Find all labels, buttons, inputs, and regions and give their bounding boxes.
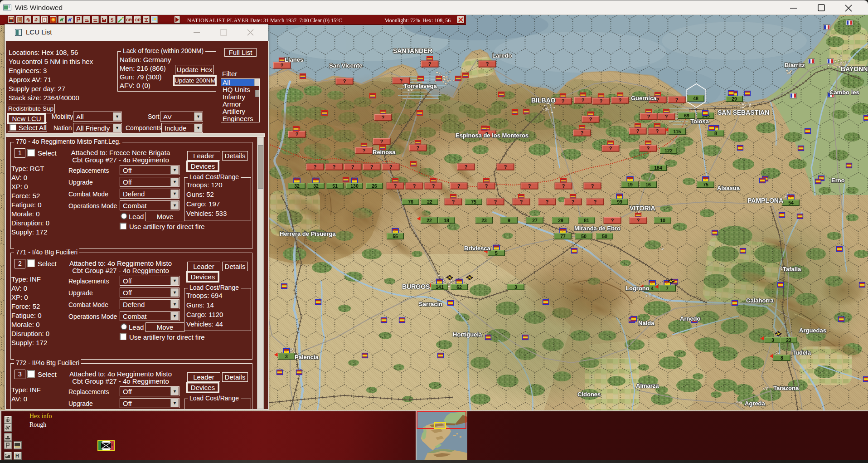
svg-text:?: ?	[675, 97, 679, 102]
svg-text:54: 54	[788, 200, 794, 205]
svg-text:Tarazona: Tarazona	[773, 385, 799, 391]
svg-text:32: 32	[313, 183, 319, 189]
svg-text:?: ?	[546, 199, 549, 205]
svg-text:?: ?	[528, 183, 531, 189]
svg-text:27: 27	[532, 218, 538, 223]
svg-text:29: 29	[732, 96, 737, 102]
svg-text:?: ?	[504, 164, 507, 170]
svg-text:Palencia: Palencia	[295, 354, 319, 361]
svg-text:55: 55	[393, 234, 398, 239]
svg-text:50: 50	[602, 234, 607, 239]
svg-text:?: ?	[343, 78, 346, 84]
svg-text:Herrera de Pisuerga: Herrera de Pisuerga	[280, 230, 336, 237]
svg-text:26: 26	[372, 183, 377, 189]
svg-text:?: ?	[647, 146, 650, 151]
svg-text:51: 51	[332, 183, 338, 189]
svg-text:Almarza: Almarza	[636, 382, 659, 389]
svg-text:Laredo: Laredo	[492, 52, 512, 59]
svg-text:Tolosa: Tolosa	[690, 118, 709, 125]
svg-text:?: ?	[665, 114, 668, 119]
svg-text:Arnedo: Arnedo	[680, 315, 701, 322]
svg-text:S: S	[111, 17, 114, 23]
svg-text:75: 75	[703, 182, 708, 187]
svg-text:?: ?	[400, 78, 403, 83]
svg-text:?: ?	[314, 164, 317, 170]
svg-text:Nalda: Nalda	[638, 320, 655, 327]
svg-text:PAMPLONA: PAMPLONA	[747, 197, 783, 204]
svg-text:8: 8	[714, 131, 717, 136]
svg-text:4: 4	[651, 286, 654, 291]
svg-text:Reinosa: Reinosa	[373, 149, 396, 156]
svg-text:?: ?	[600, 98, 603, 104]
svg-text:Torrelavega: Torrelavega	[404, 83, 437, 89]
svg-text:19: 19	[627, 182, 633, 187]
svg-text:18: 18	[444, 218, 449, 223]
svg-text:48: 48	[693, 96, 698, 101]
svg-text:?: ?	[428, 61, 432, 67]
svg-text:?: ?	[296, 132, 299, 137]
svg-text:BAYONNE: BAYONNE	[841, 65, 868, 73]
svg-text:23: 23	[481, 218, 487, 223]
svg-text:76: 76	[408, 199, 413, 205]
svg-text:?: ?	[485, 183, 488, 189]
svg-text:?: ?	[637, 218, 640, 223]
svg-text:?: ?	[581, 130, 584, 136]
svg-text:BURGOS: BURGOS	[402, 283, 430, 290]
svg-text:CR: CR	[126, 18, 132, 22]
svg-text:?: ?	[591, 183, 594, 189]
svg-text:115: 115	[674, 129, 681, 134]
svg-text:?: ?	[363, 148, 366, 153]
svg-text:62: 62	[456, 284, 462, 290]
svg-text:Agreda: Agreda	[745, 400, 766, 407]
svg-text:69: 69	[684, 113, 689, 118]
svg-text:?: ?	[562, 98, 565, 104]
svg-text:?: ?	[594, 199, 597, 205]
svg-text:10: 10	[660, 218, 665, 223]
svg-text:?: ?	[520, 199, 523, 205]
svg-text:?: ?	[494, 199, 497, 205]
svg-text:?: ?	[609, 146, 612, 151]
svg-text:Espinosa de los Monteros: Espinosa de los Monteros	[456, 132, 529, 139]
svg-text:?: ?	[394, 183, 397, 189]
svg-text:Alsasua: Alsasua	[717, 185, 740, 191]
svg-text:?: ?	[656, 97, 659, 102]
svg-text:29: 29	[558, 218, 563, 223]
svg-text:?: ?	[413, 183, 416, 189]
svg-text:?: ?	[351, 164, 354, 170]
svg-text:?: ?	[281, 63, 284, 68]
svg-text:9: 9	[508, 218, 510, 223]
svg-text:5: 5	[495, 250, 498, 256]
svg-text:Cambo les: Cambo les	[829, 89, 859, 96]
svg-text:?: ?	[380, 139, 383, 144]
svg-text:Tafalla: Tafalla	[783, 266, 801, 273]
svg-text:?: ?	[417, 145, 420, 151]
svg-text:E: E	[37, 20, 39, 23]
svg-text:H: H	[15, 453, 19, 458]
svg-text:?: ?	[582, 97, 585, 103]
svg-text:?: ?	[382, 115, 385, 120]
svg-text:?: ?	[389, 164, 393, 170]
svg-text:?: ?	[432, 183, 435, 189]
svg-text:Cidones: Cidones	[577, 391, 601, 398]
svg-text:San Vicente: San Vicente	[329, 62, 362, 69]
svg-text:130: 130	[350, 183, 359, 189]
svg-text:?: ?	[457, 183, 461, 189]
svg-text:3: 3	[771, 337, 774, 343]
svg-text:Guernica: Guernica	[631, 95, 657, 102]
svg-text:3: 3	[285, 354, 288, 359]
svg-text:23: 23	[786, 337, 791, 343]
svg-text:?: ?	[465, 164, 468, 170]
svg-text:BILBAO: BILBAO	[531, 97, 556, 104]
svg-text:16: 16	[645, 182, 651, 187]
svg-text:?: ?	[611, 218, 614, 223]
svg-text:Llanes: Llanes	[285, 56, 303, 63]
svg-text:Sarracin: Sarracin	[419, 301, 442, 307]
svg-text:141: 141	[436, 284, 444, 290]
svg-text:81: 81	[584, 218, 589, 223]
svg-text:?: ?	[452, 199, 455, 205]
svg-text:22: 22	[427, 199, 432, 205]
svg-text:Arguedas: Arguedas	[799, 327, 826, 334]
svg-text:SANTANDER: SANTANDER	[393, 47, 432, 54]
svg-text:?: ?	[656, 128, 659, 134]
svg-text:22: 22	[427, 218, 432, 223]
